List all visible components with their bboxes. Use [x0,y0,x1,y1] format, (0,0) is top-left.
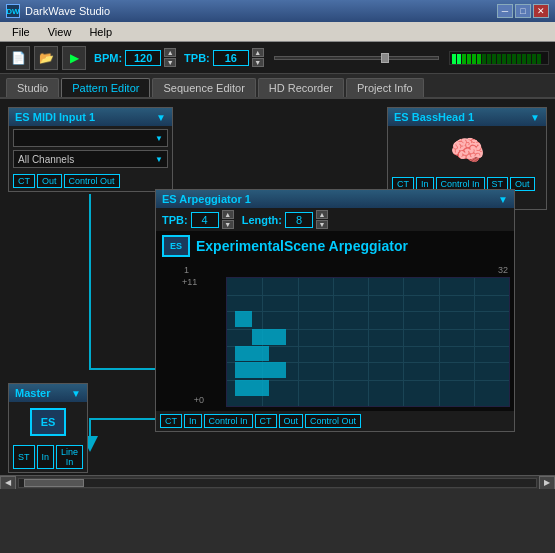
tpb-value[interactable]: 16 [213,50,249,66]
tpb-spinner: ▲ ▼ [252,48,264,67]
arp-tpb-value[interactable]: 4 [191,212,219,228]
level-meter [449,51,549,65]
arp-grid[interactable] [226,277,510,407]
minimize-button[interactable]: ─ [497,4,513,18]
bpm-down[interactable]: ▼ [164,58,176,67]
arp-panel-header: ES Arpeggiator 1 ▼ [156,190,514,208]
arp-ct-out-button[interactable]: CT [255,414,277,428]
master-buttons: ST In Line In [9,442,87,472]
arp-length-up[interactable]: ▲ [316,210,328,219]
maximize-button[interactable]: □ [515,4,531,18]
master-volume-slider[interactable] [274,56,439,60]
led-15 [522,54,526,64]
arp-control-in-button[interactable]: Control In [204,414,253,428]
grid-x-start: 1 [184,265,189,275]
arp-length-param: Length: 8 ▲ ▼ [242,210,328,229]
main-content: ES MIDI Input 1 ▼ ▼ All Channels ▼ CT Ou… [0,99,555,489]
bpm-label: BPM: [94,52,122,64]
arp-control-out-button[interactable]: Control Out [305,414,361,428]
led-1 [452,54,456,64]
arp-tpb-param: TPB: 4 ▲ ▼ [162,210,234,229]
master-es-logo: ES [30,408,66,436]
tpb-down[interactable]: ▼ [252,58,264,67]
scroll-right-button[interactable]: ▶ [539,476,555,490]
midi-panel-header: ES MIDI Input 1 ▼ [9,108,172,126]
dropdown2-arrow: ▼ [155,155,163,164]
tab-hd-recorder[interactable]: HD Recorder [258,78,344,97]
window-controls: ─ □ ✕ [497,4,549,18]
arp-panel-buttons: CT In Control In CT Out Control Out [156,411,514,431]
arp-tpb-down[interactable]: ▼ [222,220,234,229]
bpm-value[interactable]: 120 [125,50,161,66]
master-panel: Master ▼ ES ST In Line In [8,383,88,473]
led-17 [532,54,536,64]
bpm-spinner: ▲ ▼ [164,48,176,67]
arp-panel-close[interactable]: ▼ [498,194,508,205]
led-2 [457,54,461,64]
midi-control-out-button[interactable]: Control Out [64,174,120,188]
arp-tpb-spinner: ▲ ▼ [222,210,234,229]
tab-studio[interactable]: Studio [6,78,59,97]
tab-project-info[interactable]: Project Info [346,78,424,97]
arp-panel-title: ES Arpeggiator 1 [162,193,251,205]
close-button[interactable]: ✕ [533,4,549,18]
led-8 [487,54,491,64]
led-14 [517,54,521,64]
horizontal-scrollbar[interactable]: ◀ ▶ [0,475,555,489]
midi-out-button[interactable]: Out [37,174,62,188]
master-in-button[interactable]: In [37,445,55,469]
menu-view[interactable]: View [40,24,80,40]
arp-tpb-up[interactable]: ▲ [222,210,234,219]
scrollbar-thumb[interactable] [24,479,84,487]
tab-pattern-editor[interactable]: Pattern Editor [61,78,150,97]
arp-title-text: ExperimentalScene Arpeggiator [196,238,408,254]
arp-in-button[interactable]: In [184,414,202,428]
arp-tpb-label: TPB: [162,214,188,226]
grid-y-top: +11 [182,277,204,287]
midi-channel-dropdown2[interactable]: All Channels ▼ [13,150,168,168]
led-7 [482,54,486,64]
midi-panel-buttons: CT Out Control Out [9,171,172,191]
tpb-section: TPB: 16 ▲ ▼ [184,48,264,67]
grid-y-bottom: +0 [194,395,204,405]
master-panel-title: Master [15,387,50,399]
arp-params-row: TPB: 4 ▲ ▼ Length: 8 ▲ ▼ [156,208,514,231]
tab-sequence-editor[interactable]: Sequence Editor [152,78,255,97]
midi-panel-close[interactable]: ▼ [156,112,166,123]
led-16 [527,54,531,64]
basshead-brain-icon: 🧠 [388,126,546,175]
led-12 [507,54,511,64]
midi-ct-button[interactable]: CT [13,174,35,188]
tpb-label: TPB: [184,52,210,64]
arp-panel: ES Arpeggiator 1 ▼ TPB: 4 ▲ ▼ Length: 8 … [155,189,515,432]
led-4 [467,54,471,64]
led-13 [512,54,516,64]
menu-help[interactable]: Help [81,24,120,40]
arp-length-value[interactable]: 8 [285,212,313,228]
led-11 [502,54,506,64]
new-button[interactable]: 📄 [6,46,30,70]
midi-channel-dropdown1[interactable]: ▼ [13,129,168,147]
app-icon: DW [6,4,20,18]
arp-length-down[interactable]: ▼ [316,220,328,229]
tpb-up[interactable]: ▲ [252,48,264,57]
led-5 [472,54,476,64]
master-line-in-button[interactable]: Line In [56,445,83,469]
scroll-left-button[interactable]: ◀ [0,476,16,490]
play-button[interactable]: ▶ [62,46,86,70]
arp-ct-in-button[interactable]: CT [160,414,182,428]
toolbar: 📄 📂 ▶ BPM: 120 ▲ ▼ TPB: 16 ▲ ▼ [0,42,555,74]
tab-bar: Studio Pattern Editor Sequence Editor HD… [0,74,555,99]
arp-out-button[interactable]: Out [279,414,304,428]
bpm-up[interactable]: ▲ [164,48,176,57]
grid-x-end: 32 [498,265,508,275]
menu-file[interactable]: File [4,24,38,40]
master-panel-close[interactable]: ▼ [71,388,81,399]
basshead-panel-close[interactable]: ▼ [530,112,540,123]
basshead-panel-title: ES BassHead 1 [394,111,474,123]
midi-input-panel: ES MIDI Input 1 ▼ ▼ All Channels ▼ CT Ou… [8,107,173,192]
master-st-button[interactable]: ST [13,445,35,469]
master-icon-area: ES [9,402,87,442]
open-button[interactable]: 📂 [34,46,58,70]
arp-length-label: Length: [242,214,282,226]
